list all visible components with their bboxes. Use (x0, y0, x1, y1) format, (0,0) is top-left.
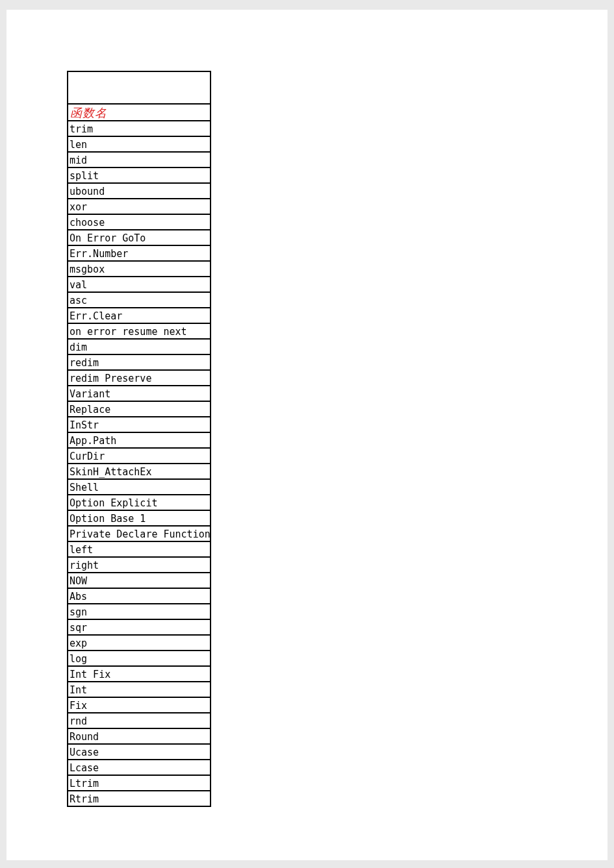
table-row: Ltrim (68, 776, 210, 791)
table-row: ubound (68, 184, 210, 199)
table-row: Option Explicit (68, 495, 210, 511)
table-row: Round (68, 729, 210, 745)
table-row: redim Preserve (68, 371, 210, 386)
table-row: Err.Number (68, 246, 210, 262)
table-row: choose (68, 215, 210, 230)
table-row: Variant (68, 386, 210, 402)
table-row: dim (68, 340, 210, 355)
table-row: Int Fix (68, 667, 210, 682)
table-row: mid (68, 153, 210, 168)
table-row: left (68, 542, 210, 558)
document-page: 函数名 trimlenmidsplituboundxorchooseOn Err… (6, 10, 608, 860)
table-row: Shell (68, 480, 210, 495)
table-row: xor (68, 199, 210, 215)
table-row: Fix (68, 698, 210, 713)
table-spacer-row (68, 72, 210, 105)
table-row: msgbox (68, 262, 210, 277)
table-row: NOW (68, 573, 210, 589)
table-row: Abs (68, 589, 210, 604)
table-row: Ucase (68, 745, 210, 760)
table-row: Int (68, 682, 210, 698)
table-row: Private Declare Function (68, 527, 210, 542)
table-row: rnd (68, 713, 210, 729)
table-row: InStr (68, 417, 210, 433)
table-row: right (68, 558, 210, 573)
table-row: App.Path (68, 433, 210, 449)
table-row: On Error GoTo (68, 230, 210, 246)
table-row: split (68, 168, 210, 184)
table-row: sqr (68, 620, 210, 636)
table-row: trim (68, 121, 210, 137)
table-row: on error resume next (68, 324, 210, 340)
table-row: Rtrim (68, 791, 210, 807)
table-row: exp (68, 636, 210, 651)
table-row: CurDir (68, 449, 210, 464)
table-row: Option Base 1 (68, 511, 210, 527)
table-row: sgn (68, 604, 210, 620)
table-row: Err.Clear (68, 308, 210, 324)
table-row: Lcase (68, 760, 210, 776)
table-row: asc (68, 293, 210, 308)
table-row: redim (68, 355, 210, 371)
table-row: Replace (68, 402, 210, 417)
function-table: 函数名 trimlenmidsplituboundxorchooseOn Err… (67, 71, 211, 807)
table-row: log (68, 651, 210, 667)
table-row: val (68, 277, 210, 293)
table-row: SkinH_AttachEx (68, 464, 210, 480)
table-header-cell: 函数名 (68, 105, 210, 121)
table-row: len (68, 137, 210, 153)
